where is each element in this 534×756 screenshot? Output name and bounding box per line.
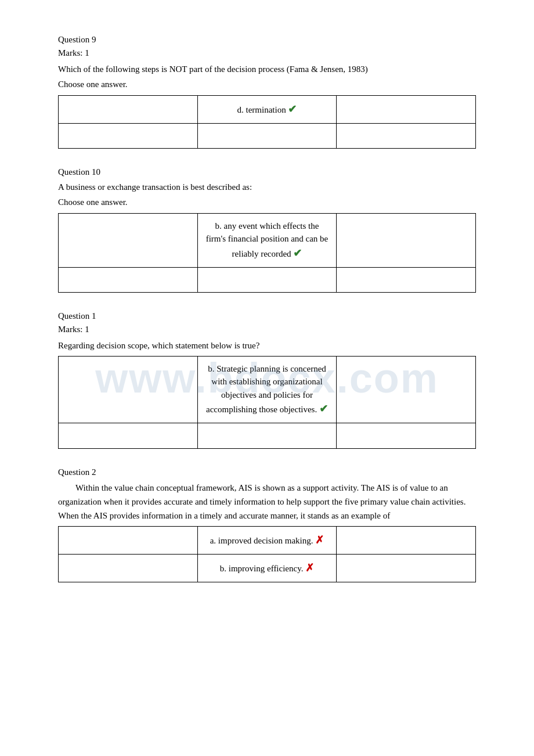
question-1-block: Question 1 Marks: 1 Regarding decision s… [58,311,476,449]
table-cell-empty-19 [337,554,476,582]
check-icon-9: ✔ [288,103,297,115]
answer-text-9: d. termination [237,105,288,114]
table-cell-empty-10 [337,267,476,293]
question-9-choose: Choose one answer. [58,80,476,89]
table-row: b. improving efficiency. ✗ [59,554,476,582]
question-2-text: Within the value chain conceptual framew… [58,481,476,523]
question-10-block: Question 10 A business or exchange trans… [58,167,476,293]
answer-text-1: b. Strategic planning is concerned with … [206,364,326,415]
check-icon-1: ✔ [319,403,328,415]
question-1-text: Regarding decision scope, which statemen… [58,339,476,352]
question-9-block: Question 9 Marks: 1 Which of the followi… [58,35,476,149]
answer-text-2b: b. improving efficiency. [220,564,305,573]
question-1-marks: Marks: 1 [58,325,476,334]
answer-text-2a: a. improved decision making. [210,536,316,545]
table-row [59,123,476,149]
table-cell-empty-9 [197,267,337,293]
question-9-label: Question 9 [58,35,476,45]
table-cell-empty-5 [337,123,476,149]
question-9-text: Which of the following steps is NOT part… [58,63,476,76]
answer-text-10: b. any event which effects the firm's fi… [206,221,329,258]
question-10-table: b. any event which effects the firm's fi… [58,213,476,293]
table-cell-empty-17 [337,526,476,554]
table-cell-empty-3 [59,123,198,149]
table-cell-answer-1: b. Strategic planning is concerned with … [197,356,337,423]
question-10-text: A business or exchange transaction is be… [58,181,476,194]
table-cell-answer-10: b. any event which effects the firm's fi… [197,213,337,267]
table-row: b. Strategic planning is concerned with … [59,356,476,423]
question-2-label: Question 2 [58,467,476,477]
cross-icon-2b: ✗ [305,562,314,574]
check-icon-10: ✔ [293,247,302,259]
table-row: b. any event which effects the firm's fi… [59,213,476,267]
table-cell-empty-8 [59,267,198,293]
table-cell-empty-14 [197,423,337,449]
table-cell-answer-9: d. termination ✔ [197,95,337,123]
table-cell-empty-15 [337,423,476,449]
table-cell-empty-11 [59,356,198,423]
table-cell-empty-2 [337,95,476,123]
question-2-block: Question 2 Within the value chain concep… [58,467,476,582]
table-cell-empty-6 [59,213,198,267]
table-cell-empty-18 [59,554,198,582]
table-row [59,267,476,293]
table-cell-empty-16 [59,526,198,554]
table-cell-empty-1 [59,95,198,123]
table-cell-empty-7 [337,213,476,267]
table-cell-empty-4 [197,123,337,149]
question-1-table: b. Strategic planning is concerned with … [58,356,476,449]
table-row [59,423,476,449]
table-row: a. improved decision making. ✗ [59,526,476,554]
table-cell-empty-12 [337,356,476,423]
question-9-marks: Marks: 1 [58,48,476,58]
cross-icon-2a: ✗ [315,534,324,546]
question-10-choose: Choose one answer. [58,197,476,207]
question-10-label: Question 10 [58,167,476,177]
question-9-table: d. termination ✔ [58,95,476,149]
table-cell-answer-2b: b. improving efficiency. ✗ [197,554,337,582]
question-1-label: Question 1 [58,311,476,321]
table-cell-answer-2a: a. improved decision making. ✗ [197,526,337,554]
question-2-table: a. improved decision making. ✗ b. improv… [58,526,476,582]
table-cell-empty-13 [59,423,198,449]
table-row: d. termination ✔ [59,95,476,123]
